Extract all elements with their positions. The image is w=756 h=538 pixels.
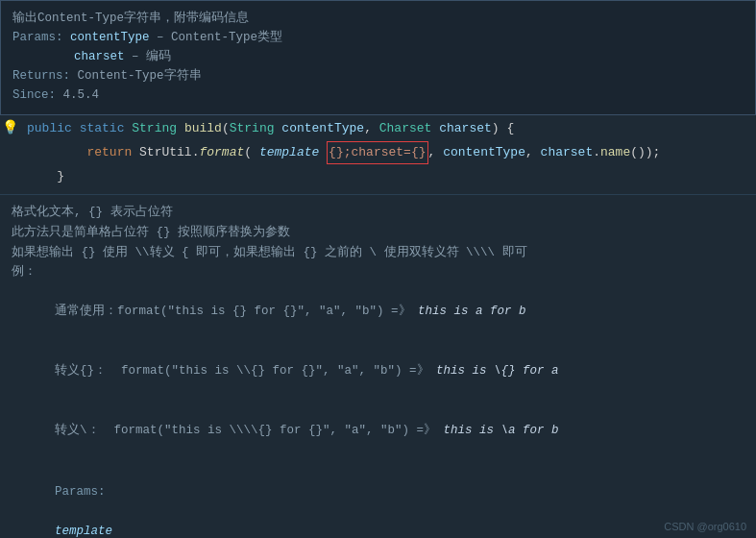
- doc-line3: 如果想输出 {} 使用 \\转义 { 即可，如果想输出 {} 之前的 \ 使用双…: [12, 243, 744, 263]
- format-string-box: {};charset={}: [327, 141, 427, 164]
- doc-line4: 例：: [12, 262, 744, 282]
- separator: [0, 194, 756, 195]
- tooltip-desc: 输出Content-Type字符串，附带编码信息: [12, 9, 744, 28]
- doc-line6: 转义{}： format("this is \\{} for {}", "a",…: [12, 342, 744, 402]
- lightbulb-icon: 💡: [2, 117, 18, 140]
- tooltip-section: 输出Content-Type字符串，附带编码信息 Params: content…: [0, 0, 756, 115]
- doc-block: 格式化文本, {} 表示占位符 此方法只是简单格占位符 {} 按照顺序替换为参数…: [0, 199, 756, 538]
- build-method-section: 💡 public static String build ( String co…: [0, 115, 756, 190]
- return-line: return StrUtil. format ( template {};cha…: [0, 140, 756, 165]
- tooltip-since: Since: 4.5.4: [12, 86, 744, 105]
- close-brace-line: }: [0, 165, 756, 188]
- tooltip-returns: Returns: Content-Type字符串: [12, 66, 744, 86]
- build-method-line: 💡 public static String build ( String co…: [0, 117, 756, 140]
- editor-container: ngth, bo 输出Content-Type字符串，附带编码信息 Params…: [0, 0, 756, 538]
- tooltip-charset: charset – 编码: [12, 47, 744, 66]
- watermark: CSDN @org0610: [664, 521, 746, 532]
- tooltip-params: Params: contentType – Content-Type类型: [12, 28, 744, 47]
- doc-line1: 格式化文本, {} 表示占位符: [12, 203, 744, 223]
- doc-line2: 此方法只是简单格占位符 {} 按照顺序替换为参数: [12, 223, 744, 243]
- doc-line7: 转义\： format("this is \\\\{} for {}", "a"…: [12, 402, 744, 461]
- doc-params-line: Params: template – 文本模板，被替换的部分用 {} 表示，如果…: [12, 462, 744, 538]
- doc-line5: 通常使用：format("this is {} for {}", "a", "b…: [12, 282, 744, 342]
